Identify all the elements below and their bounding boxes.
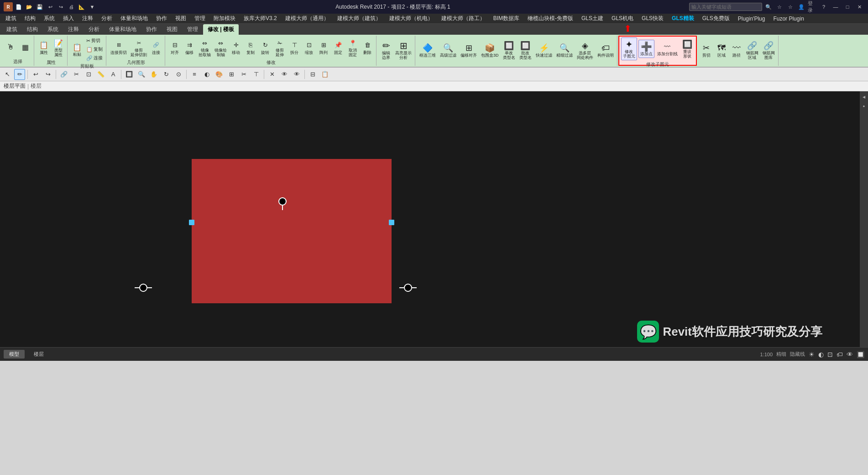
qa-dropdown[interactable]: ▼ <box>88 2 97 11</box>
btn-frame-3d[interactable]: 🔷 框连三维 <box>418 42 437 59</box>
btn-move[interactable]: ✛ 移动 <box>229 39 243 56</box>
btn-cut-area[interactable]: ✂ 剪切 <box>700 42 713 59</box>
btn-mesh-lib[interactable]: 🔗 钢筋网图库 <box>761 39 776 61</box>
menu-item-build[interactable]: 建筑 <box>2 14 20 23</box>
qa-btn-measure[interactable]: 📐 <box>77 2 86 11</box>
btn-single-type[interactable]: 🔲 单改类型名 <box>502 39 517 61</box>
btn-array[interactable]: ⊞ 阵列 <box>317 39 330 56</box>
btn-join-connect[interactable]: 🔗 连接 <box>149 39 163 56</box>
menu-item-gls-active[interactable]: GLS精装 <box>668 14 698 23</box>
tool-pan[interactable]: ✋ <box>148 69 159 80</box>
btn-mirror-draw[interactable]: ⇔ 镜像绘制轴 <box>213 37 228 58</box>
tool-measure[interactable]: 📏 <box>95 69 106 80</box>
tab-view[interactable]: 视图 <box>162 24 182 35</box>
btn-unpin[interactable]: 📍 取消固定 <box>346 37 360 58</box>
tool-region[interactable]: ⊞ <box>226 69 237 80</box>
btn-batch-type[interactable]: 🔲 批改类型名 <box>518 39 533 61</box>
btn-mirror-axis[interactable]: ⇔ 镜像拾取轴 <box>197 37 212 58</box>
btn-rotate[interactable]: ↻ 旋转 <box>258 39 272 56</box>
tool-render[interactable]: 🎨 <box>214 69 225 80</box>
qa-btn-redo[interactable]: ↪ <box>56 2 65 11</box>
tab-systems[interactable]: 系统 <box>43 24 63 35</box>
menu-item-bim[interactable]: BIM数据库 <box>490 14 523 23</box>
status-shadow[interactable]: ◐ <box>818 351 824 358</box>
btn-fine-filter[interactable]: 🔍 精细过滤 <box>555 42 574 59</box>
tool-redo[interactable]: ↪ <box>42 69 53 80</box>
tab-modify[interactable]: 修改 | 楼板 <box>203 24 239 35</box>
btn-type-props[interactable]: 📝 类型属性 <box>52 37 65 58</box>
btn-path-rebar[interactable]: 〰 路径 <box>730 42 743 59</box>
btn-connect[interactable]: 🔗 连接 <box>85 54 104 62</box>
floor-slab[interactable] <box>192 159 392 303</box>
tab-architecture[interactable]: 建筑 <box>2 24 22 35</box>
tab-annotate[interactable]: 注释 <box>63 24 84 35</box>
tool-workplane[interactable]: ⊟ <box>307 69 318 80</box>
menu-item-gls-civil[interactable]: GLS土建 <box>578 14 607 23</box>
menu-item-jianmo-mep[interactable]: 建模大师（机电） <box>386 14 437 23</box>
qa-btn-open[interactable]: 📂 <box>25 2 34 11</box>
tab-massing[interactable]: 体量和场地 <box>105 24 141 35</box>
menu-item-olive[interactable]: 橄榄山块模-免费版 <box>524 14 577 23</box>
tool-undo[interactable]: ↩ <box>30 69 41 80</box>
menu-item-collab[interactable]: 协作 <box>152 14 171 23</box>
right-btn-up[interactable]: ◀ <box>860 93 868 100</box>
btn-copy2[interactable]: ⎘ 复制 <box>244 39 257 56</box>
star-icon2[interactable]: ☆ <box>786 2 795 11</box>
menu-item-view[interactable]: 视图 <box>172 14 190 23</box>
tool-trim-connect[interactable]: ✂ <box>71 69 82 80</box>
btn-add-point[interactable]: ➕ 添加点 <box>638 40 654 58</box>
btn-component-desc[interactable]: 🏷 构件说明 <box>596 42 615 59</box>
btn-props[interactable]: 📋 属性 <box>37 39 51 56</box>
login-btn[interactable]: 登录 <box>808 2 817 11</box>
side-handle-left[interactable] <box>135 284 152 292</box>
btn-quick-filter[interactable]: ⚡ 快速过滤 <box>534 42 554 59</box>
qa-btn-print[interactable]: 🖨 <box>67 2 76 11</box>
menu-item-insert[interactable]: 插入 <box>59 14 78 23</box>
status-render[interactable]: 🔲 <box>857 351 864 358</box>
win-close[interactable]: ✕ <box>854 3 864 11</box>
tab-analyze[interactable]: 分析 <box>84 24 104 35</box>
tool-workset[interactable]: 📋 <box>319 69 330 80</box>
btn-modify-subelement[interactable]: ✦ 修改子图元 <box>621 37 637 60</box>
menu-item-zukumstr[interactable]: 族库大师V3.2 <box>240 14 281 23</box>
tool-more1[interactable]: ⊡ <box>83 69 94 80</box>
status-crop[interactable]: ⊡ <box>827 351 833 358</box>
tool-annotation[interactable]: A <box>108 69 119 80</box>
tool-unhide[interactable]: 👁 <box>291 69 302 80</box>
menu-item-jianmo-common[interactable]: 建模大师（通用） <box>282 14 333 23</box>
btn-multilayer[interactable]: ◈ 选多层同处构件 <box>575 39 595 61</box>
btn-edit-boundary[interactable]: ✏ 编辑边界 <box>379 39 393 61</box>
canvas-area[interactable]: 💬 Revit软件应用技巧研究及分享 ◀ ● 模型 楼层 1:100 精细 隐藏… <box>0 91 868 361</box>
btn-connect-cut[interactable]: ⊞ 连接剪切 <box>109 39 128 56</box>
win-maximize[interactable]: □ <box>842 3 852 11</box>
menu-item-gls-fast[interactable]: GLS快装 <box>638 14 667 23</box>
tool-shadow[interactable]: ◐ <box>201 69 212 80</box>
menu-item-gls-mep[interactable]: GLS机电 <box>608 14 637 23</box>
btn-box-3d[interactable]: 📦 包围盒3D <box>480 42 500 59</box>
btn-trim[interactable]: ✂ 修剪延伸切割 <box>129 37 148 58</box>
btn-copy[interactable]: 📋 复制 <box>85 45 104 53</box>
menu-item-manage[interactable]: 管理 <box>191 14 209 23</box>
corner-tl[interactable] <box>189 220 194 225</box>
tool-modify[interactable]: ✏ <box>14 69 25 80</box>
tab-collaborate[interactable]: 协作 <box>141 24 162 35</box>
btn-trim2[interactable]: ✁ 修剪延伸 <box>273 37 287 58</box>
btn-align[interactable]: ⊟ 对齐 <box>168 39 182 56</box>
tool-thin-lines[interactable]: ≡ <box>189 69 200 80</box>
menu-item-note[interactable]: 注释 <box>78 14 97 23</box>
tool-orbit[interactable]: ⊙ <box>173 69 184 80</box>
menu-item-analyze[interactable]: 分析 <box>98 14 116 23</box>
win-info[interactable]: ? <box>819 3 829 11</box>
tool-crop[interactable]: ✂ <box>238 69 249 80</box>
status-sun[interactable]: ☀ <box>809 351 815 358</box>
menu-item-gls-free[interactable]: GLS免费版 <box>699 14 733 23</box>
btn-split[interactable]: ⊤ 拆分 <box>288 39 301 56</box>
tool-link[interactable]: 🔗 <box>58 69 69 80</box>
status-workset[interactable]: 👁 <box>847 351 853 358</box>
status-tab-model[interactable]: 模型 <box>4 350 25 359</box>
corner-tr[interactable] <box>389 220 394 225</box>
tool-hide[interactable]: 👁 <box>279 69 290 80</box>
move-handle-top[interactable] <box>278 197 287 210</box>
tool-close-hidden[interactable]: ✕ <box>267 69 277 80</box>
btn-reset-shape[interactable]: 🔲 重设形状 <box>680 38 694 60</box>
